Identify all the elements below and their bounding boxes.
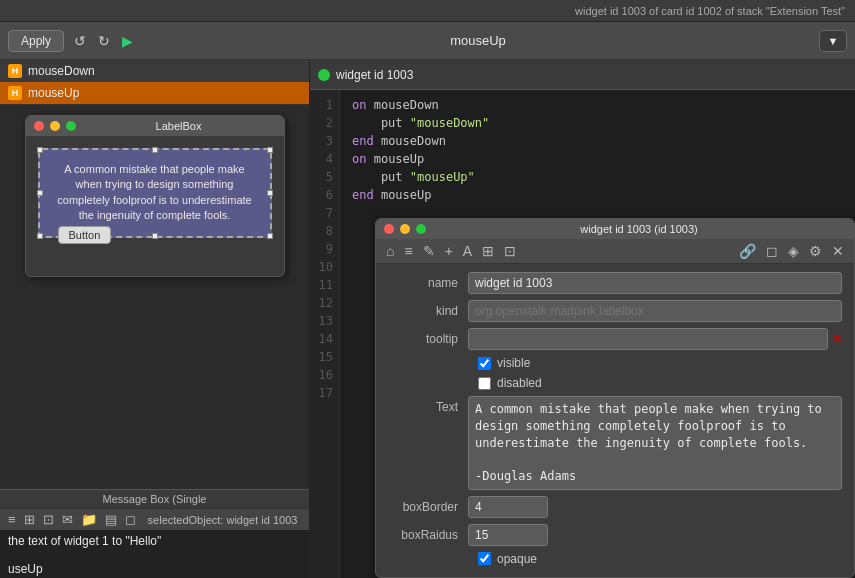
close-dot — [34, 121, 44, 131]
main-layout: H mouseDown H mouseUp LabelBox — [0, 60, 855, 578]
message-line1: the text of widget 1 to "Hello" — [8, 534, 161, 548]
resize-handle-bm[interactable] — [152, 233, 158, 239]
script-item-mousedown[interactable]: H mouseDown — [0, 60, 309, 82]
props-icon-r2[interactable]: ◻ — [764, 242, 780, 260]
prop-checkbox-disabled[interactable] — [478, 377, 491, 390]
props-panel: widget id 1003 (id 1003) ⌂ ≡ ✎ + A ⊞ ⊡ 🔗… — [375, 218, 855, 578]
prop-input-kind[interactable] — [468, 300, 842, 322]
prop-checkbox-opaque[interactable] — [478, 552, 491, 565]
prop-row-tooltip: tooltip ✕ — [388, 328, 842, 350]
props-icon-box[interactable]: ⊡ — [502, 242, 518, 260]
code-line-5: put "mouseUp" — [352, 168, 843, 186]
resize-handle-mr[interactable] — [267, 190, 273, 196]
left-panel: H mouseDown H mouseUp LabelBox — [0, 60, 310, 578]
message-box-useup: useUp — [0, 560, 309, 578]
mb-icon-1[interactable]: ≡ — [6, 511, 18, 528]
props-icon-edit[interactable]: ✎ — [421, 242, 437, 260]
message-line2: useUp — [8, 562, 43, 576]
prop-label-text: Text — [388, 396, 468, 414]
code-line-3: end mouseDown — [352, 132, 843, 150]
tooltip-clear-icon[interactable]: ✕ — [832, 332, 842, 346]
resize-handle-bl[interactable] — [37, 233, 43, 239]
toolbar-icons: ↺ ↻ ▶ — [70, 31, 137, 51]
labelbox-widget[interactable]: A common mistake that people make when t… — [38, 148, 272, 238]
editor-tab-indicator — [318, 69, 330, 81]
toolbar: Apply ↺ ↻ ▶ mouseUp ▼ — [0, 22, 855, 60]
labelbox-title: LabelBox — [82, 120, 276, 132]
props-toolbar: ⌂ ≡ ✎ + A ⊞ ⊡ 🔗 ◻ ◈ ⚙ ✕ — [376, 239, 854, 264]
right-panel: widget id 1003 12345 678910 1112131415 1… — [310, 60, 855, 578]
labelbox-text: A common mistake that people make when t… — [57, 163, 251, 221]
message-box-toolbar: ≡ ⊞ ⊡ ✉ 📁 ▤ ◻ selectedObject: widget id … — [0, 508, 309, 530]
props-title: widget id 1003 (id 1003) — [432, 223, 846, 235]
minimize-dot — [50, 121, 60, 131]
message-box-content: the text of widget 1 to "Hello" — [0, 530, 309, 560]
mb-icon-7[interactable]: ◻ — [123, 511, 138, 528]
prop-row-boxraidus: boxRaidus — [388, 524, 842, 546]
resize-handle-tm[interactable] — [152, 147, 158, 153]
script-icon-mouseup: H — [8, 86, 22, 100]
prop-row-boxborder: boxBorder — [388, 496, 842, 518]
resize-handle-ml[interactable] — [37, 190, 43, 196]
undo-button[interactable]: ↺ — [70, 31, 90, 51]
prop-label-boxborder: boxBorder — [388, 500, 468, 514]
props-body: name kind tooltip ✕ visible — [376, 264, 854, 577]
prop-input-boxraidus[interactable] — [468, 524, 548, 546]
prop-label-kind: kind — [388, 304, 468, 318]
code-line-6: end mouseUp — [352, 186, 843, 204]
editor-tab-label: widget id 1003 — [336, 68, 413, 82]
editor-tab-bar: widget id 1003 — [310, 60, 855, 90]
title-bar-text: widget id 1003 of card id 1002 of stack … — [575, 5, 845, 17]
apply-button[interactable]: Apply — [8, 30, 64, 52]
prop-row-opaque: opaque — [388, 552, 842, 566]
prop-input-tooltip[interactable] — [468, 328, 828, 350]
script-icon-mousedown: H — [8, 64, 22, 78]
mb-icon-6[interactable]: ▤ — [103, 511, 119, 528]
props-icon-list[interactable]: ≡ — [402, 242, 414, 260]
props-close-dot[interactable] — [384, 224, 394, 234]
props-icon-r1[interactable]: 🔗 — [737, 242, 758, 260]
resize-handle-tr[interactable] — [267, 147, 273, 153]
props-icon-r5[interactable]: ✕ — [830, 242, 846, 260]
mb-icon-2[interactable]: ⊞ — [22, 511, 37, 528]
mb-icon-4[interactable]: ✉ — [60, 511, 75, 528]
run-button[interactable]: ▶ — [118, 31, 137, 51]
props-icon-text[interactable]: A — [461, 242, 474, 260]
prop-row-kind: kind — [388, 300, 842, 322]
props-icon-r3[interactable]: ◈ — [786, 242, 801, 260]
button-label: Button — [69, 229, 101, 241]
props-titlebar: widget id 1003 (id 1003) — [376, 219, 854, 239]
resize-handle-tl[interactable] — [37, 147, 43, 153]
prop-row-disabled: disabled — [388, 376, 842, 390]
prop-checkbox-visible[interactable] — [478, 357, 491, 370]
code-line-2: put "mouseDown" — [352, 114, 843, 132]
mb-icon-3[interactable]: ⊡ — [41, 511, 56, 528]
maximize-dot — [66, 121, 76, 131]
prop-label-opaque: opaque — [497, 552, 537, 566]
prop-input-boxborder[interactable] — [468, 496, 548, 518]
redo-button[interactable]: ↻ — [94, 31, 114, 51]
code-line-1: on mouseDown — [352, 96, 843, 114]
prop-textarea-text[interactable]: A common mistake that people make when t… — [468, 396, 842, 490]
prop-label-name: name — [388, 276, 468, 290]
handler-name: mouseUp — [143, 33, 813, 48]
labelbox-window: LabelBox A common mistake that people ma… — [25, 115, 285, 277]
props-icon-home[interactable]: ⌂ — [384, 242, 396, 260]
code-line-4: on mouseUp — [352, 150, 843, 168]
props-icon-grid[interactable]: ⊞ — [480, 242, 496, 260]
props-icon-r4[interactable]: ⚙ — [807, 242, 824, 260]
script-list: H mouseDown H mouseUp — [0, 60, 309, 105]
resize-handle-br[interactable] — [267, 233, 273, 239]
labelbox-content: A common mistake that people make when t… — [26, 136, 284, 276]
script-item-mouseup[interactable]: H mouseUp — [0, 82, 309, 104]
props-icon-add[interactable]: + — [443, 242, 455, 260]
prop-input-name[interactable] — [468, 272, 842, 294]
prop-label-boxraidus: boxRaidus — [388, 528, 468, 542]
mb-icon-5[interactable]: 📁 — [79, 511, 99, 528]
handler-dropdown[interactable]: ▼ — [819, 30, 847, 52]
labelbox-titlebar: LabelBox — [26, 116, 284, 136]
button-widget[interactable]: Button — [58, 226, 112, 244]
props-maximize-dot[interactable] — [416, 224, 426, 234]
message-box-title: Message Box (Single — [103, 493, 207, 505]
props-minimize-dot[interactable] — [400, 224, 410, 234]
